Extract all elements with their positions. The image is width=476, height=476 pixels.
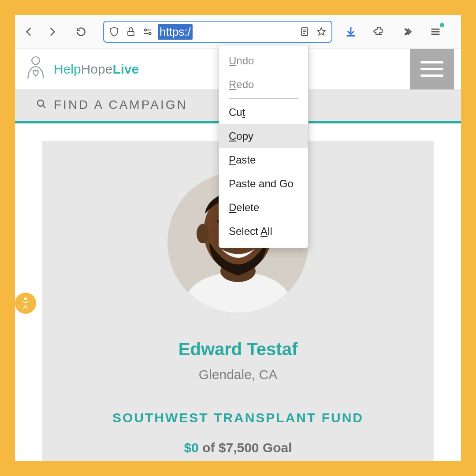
svg-line-14 — [43, 105, 45, 108]
svg-rect-0 — [128, 31, 134, 36]
app-menu-icon[interactable] — [426, 22, 445, 41]
svg-point-3 — [149, 33, 151, 35]
campaign-progress: $0 of $7,500 Goal — [184, 440, 292, 455]
forward-button[interactable] — [42, 22, 62, 41]
reload-button[interactable] — [71, 22, 91, 41]
find-campaign-label: FIND A CAMPAIGN — [54, 98, 188, 112]
search-icon — [36, 99, 47, 111]
context-menu-select-all[interactable]: Select All — [219, 219, 308, 243]
downloads-icon[interactable] — [341, 22, 361, 41]
logo-text: HelpHopeLive — [54, 62, 139, 77]
browser-toolbar: https:/ — [15, 15, 461, 48]
address-bar[interactable]: https:/ — [103, 21, 332, 43]
context-menu-undo[interactable]: Undo — [219, 49, 308, 73]
context-menu-copy[interactable]: Copy — [219, 124, 308, 148]
logo-mark-icon — [22, 55, 49, 84]
campaign-name: Edward Testaf — [178, 339, 298, 359]
lock-icon[interactable] — [124, 25, 138, 38]
svg-point-19 — [197, 224, 209, 243]
bookmark-star-icon[interactable] — [315, 25, 328, 38]
reader-mode-icon[interactable] — [298, 25, 311, 38]
goal-amount: $7,500 Goal — [219, 440, 292, 455]
extensions-icon[interactable] — [369, 22, 389, 41]
svg-point-1 — [145, 29, 147, 31]
context-menu-paste[interactable]: Paste — [219, 148, 308, 172]
overflow-icon[interactable] — [398, 22, 417, 41]
context-menu-delete[interactable]: Delete — [219, 196, 308, 219]
accessibility-button[interactable] — [15, 293, 36, 314]
permissions-icon[interactable] — [141, 25, 154, 38]
site-logo[interactable]: HelpHopeLive — [22, 55, 139, 84]
svg-point-25 — [24, 298, 27, 300]
url-text-selected[interactable]: https:/ — [158, 24, 193, 40]
svg-point-13 — [37, 100, 44, 106]
hamburger-menu-button[interactable] — [410, 49, 454, 89]
amount-raised: $0 — [184, 440, 198, 455]
context-menu-redo[interactable]: Redo — [219, 73, 308, 97]
svg-point-12 — [32, 56, 39, 64]
campaign-fund-name: SOUTHWEST TRANSPLANT FUND — [112, 410, 364, 425]
context-menu-divider — [229, 98, 298, 99]
context-menu-paste-and-go[interactable]: Paste and Go — [219, 172, 308, 196]
context-menu-cut[interactable]: Cut — [219, 100, 308, 124]
back-button[interactable] — [19, 22, 39, 41]
context-menu: Undo Redo Cut Copy Paste Paste and Go De… — [219, 45, 309, 248]
shield-icon[interactable] — [108, 25, 121, 38]
campaign-location: Glendale, CA — [199, 367, 277, 382]
